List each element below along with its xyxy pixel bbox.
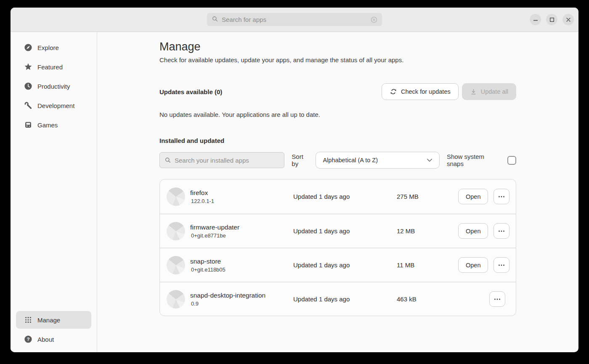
sidebar-item-explore[interactable]: Explore [16, 38, 91, 57]
app-size: 275 MB [397, 193, 458, 200]
app-row[interactable]: snap-store 0+git.e118b05 Updated 1 days … [160, 248, 516, 282]
app-version: 0.9 [190, 301, 293, 307]
app-placeholder-icon [167, 256, 185, 274]
ellipsis-icon [494, 298, 501, 300]
sidebar-item-label: Games [37, 121, 58, 129]
app-placeholder-icon [167, 290, 185, 309]
chevron-down-icon [427, 158, 432, 162]
app-name: firmware-updater [190, 224, 293, 231]
apps-search-field[interactable] [207, 13, 382, 26]
sidebar-spacer [11, 135, 97, 310]
sidebar-item-productivity[interactable]: Productivity [16, 76, 91, 96]
app-row[interactable]: firefox 122.0.1-1 Updated 1 days ago 275… [160, 179, 516, 214]
sidebar: Explore Featured Productivity Developmen… [11, 32, 97, 352]
clock-icon [24, 82, 32, 90]
app-updated: Updated 1 days ago [293, 193, 397, 200]
search-icon [164, 157, 171, 164]
sidebar-item-label: Development [37, 102, 74, 109]
app-placeholder-icon [167, 222, 185, 240]
app-size: 11 MB [397, 261, 458, 269]
compass-icon [24, 43, 32, 52]
more-options-button[interactable] [489, 291, 505, 307]
updates-available-heading: Updates available (0) [159, 88, 382, 95]
app-row[interactable]: snapd-desktop-integration 0.9 Updated 1 … [160, 282, 516, 316]
main-content: Manage Check for available updates, upda… [97, 32, 578, 352]
ellipsis-icon [498, 196, 505, 198]
more-options-button[interactable] [493, 257, 509, 273]
open-button[interactable]: Open [458, 189, 488, 204]
page-subtitle: Check for available updates, update your… [159, 56, 516, 63]
app-updated: Updated 1 days ago [293, 261, 397, 269]
sidebar-item-games[interactable]: Games [16, 115, 91, 135]
ellipsis-icon [498, 230, 505, 232]
app-updated: Updated 1 days ago [293, 227, 397, 235]
sort-by-label: Sort by [292, 153, 311, 167]
update-all-label: Update all [481, 88, 508, 95]
download-icon [470, 88, 477, 95]
sidebar-item-about[interactable]: ? About [16, 330, 91, 349]
star-icon [24, 63, 32, 71]
check-for-updates-button[interactable]: Check for updates [382, 83, 459, 100]
close-button[interactable] [562, 14, 574, 25]
app-center-window: Explore Featured Productivity Developmen… [11, 8, 578, 352]
wrench-icon [24, 101, 32, 110]
installed-search-field[interactable] [159, 152, 284, 168]
sidebar-item-label: Productivity [37, 83, 70, 90]
installed-search-input[interactable] [175, 157, 279, 164]
check-for-updates-label: Check for updates [401, 88, 451, 95]
sidebar-item-manage[interactable]: Manage [16, 311, 91, 329]
question-mark-icon: ? [24, 335, 32, 343]
sort-dropdown-value: Alphabetical (A to Z) [323, 157, 378, 164]
apps-search-input[interactable] [222, 16, 367, 23]
app-row[interactable]: firmware-updater 0+git.e8771be Updated 1… [160, 214, 516, 248]
maximize-button[interactable] [546, 14, 557, 25]
sidebar-item-development[interactable]: Development [16, 96, 91, 115]
update-all-button[interactable]: Update all [462, 83, 516, 100]
sidebar-item-label: Manage [37, 317, 60, 324]
app-placeholder-icon [167, 187, 185, 206]
installed-apps-list: firefox 122.0.1-1 Updated 1 days ago 275… [159, 179, 516, 316]
show-system-snaps-checkbox[interactable] [507, 156, 516, 165]
app-name: firefox [190, 189, 293, 197]
app-version: 0+git.e118b05 [190, 266, 293, 273]
open-button[interactable]: Open [458, 223, 488, 239]
sort-dropdown[interactable]: Alphabetical (A to Z) [316, 152, 439, 169]
search-icon [212, 16, 218, 24]
app-version: 122.0.1-1 [190, 198, 293, 204]
refresh-icon [390, 88, 397, 95]
app-version: 0+git.e8771be [190, 232, 293, 239]
app-name: snap-store [190, 258, 293, 265]
sidebar-item-label: About [37, 336, 54, 343]
sidebar-item-featured[interactable]: Featured [16, 57, 91, 76]
minimize-button[interactable] [530, 14, 541, 25]
ellipsis-icon [498, 264, 505, 266]
gamepad-icon [24, 121, 32, 129]
sidebar-item-label: Explore [37, 44, 59, 51]
more-options-button[interactable] [493, 223, 509, 239]
app-name: snapd-desktop-integration [190, 292, 293, 299]
app-updated: Updated 1 days ago [293, 295, 397, 303]
installed-heading: Installed and updated [159, 137, 516, 144]
sidebar-item-label: Featured [37, 63, 63, 71]
clear-search-icon[interactable] [371, 16, 377, 23]
app-size: 463 kB [397, 295, 458, 303]
window-controls [530, 8, 574, 32]
app-size: 12 MB [397, 227, 458, 235]
headerbar [11, 8, 578, 32]
app-grid-icon [24, 316, 32, 324]
open-button[interactable]: Open [458, 257, 488, 273]
svg-text:?: ? [27, 337, 29, 342]
no-updates-message: No updates available. Your applications … [159, 111, 516, 118]
show-system-snaps-label: Show system snaps [447, 153, 502, 167]
more-options-button[interactable] [493, 189, 509, 204]
page-title: Manage [159, 40, 516, 53]
